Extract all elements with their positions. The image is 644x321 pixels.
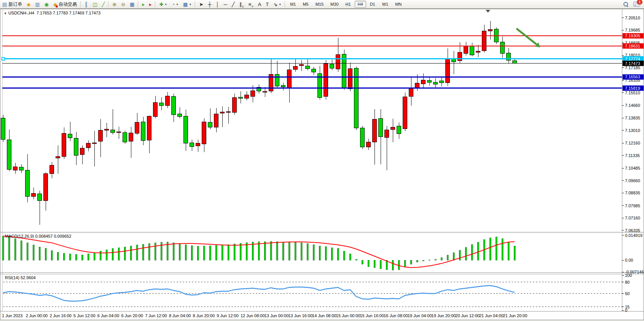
candle-body	[208, 122, 212, 127]
candle-body	[300, 64, 304, 65]
candle-body	[476, 51, 480, 52]
candle-body	[99, 130, 103, 141]
macd-histogram-bar	[319, 246, 320, 260]
time-axis-label: 20 Jun 12:00	[455, 313, 480, 318]
candle-body	[68, 134, 72, 138]
candle-body	[360, 128, 365, 147]
chart-title: ▼USDCNH-,H4 7.17653 7.17783 7.17469 7.17…	[4, 11, 100, 15]
macd-indicator-label: MACD(12,26,9) 0.008457 0.009652	[5, 234, 71, 238]
macd-histogram-bar	[106, 250, 107, 260]
rsi-tick-label: 80	[625, 280, 630, 284]
rsi-tick-label: 0	[625, 308, 627, 313]
candle-body	[166, 96, 170, 105]
time-axis-label: 6 Jun 20:00	[121, 313, 143, 318]
candle-body	[239, 97, 243, 98]
candle-body	[214, 114, 218, 127]
time-axis-label: 2 Jun 00:00	[26, 313, 48, 318]
candle-body	[287, 70, 292, 88]
macd-histogram-bar	[222, 245, 223, 260]
time-axis-label: 6 Jun 04:00	[97, 313, 119, 318]
macd-histogram-bar	[514, 246, 515, 260]
price-line-handle[interactable]	[2, 57, 5, 60]
macd-histogram-bar	[203, 246, 205, 260]
macd-histogram-bar	[404, 260, 406, 267]
candle-body	[446, 59, 450, 83]
macd-histogram-bar	[441, 257, 442, 260]
candle-body	[178, 114, 182, 117]
chart-symbol-period: USDCNH-,H4	[8, 11, 34, 15]
macd-histogram-bar	[416, 260, 418, 262]
candle-body	[62, 133, 66, 157]
candle-body	[190, 143, 194, 146]
macd-histogram-bar	[69, 254, 71, 260]
candle-body	[220, 112, 225, 113]
rsi-name: RSI(14)	[5, 275, 19, 280]
symbol-dropdown-caret[interactable]: ▼	[4, 12, 7, 15]
price-tick-label: 7.14660	[625, 103, 640, 108]
time-axis-label: 5 Jun 12:00	[73, 313, 96, 318]
macd-histogram-bar	[343, 251, 345, 260]
macd-name: MACD(12,26,9)	[5, 234, 34, 238]
candle-body	[26, 170, 30, 197]
macd-histogram-bar	[191, 246, 193, 260]
macd-histogram-bar	[435, 259, 436, 260]
candle-body	[44, 174, 48, 200]
macd-histogram-bar	[502, 238, 503, 260]
time-axis-label: 21 Jun 20:00	[503, 313, 528, 318]
macd-histogram-bar	[81, 255, 83, 260]
candle-body	[19, 167, 24, 170]
candle-body	[434, 82, 438, 84]
candle-body	[409, 88, 413, 96]
macd-histogram-bar	[2, 236, 4, 260]
macd-histogram-bar	[325, 246, 327, 260]
candle-body	[513, 60, 517, 63]
macd-histogram-bar	[270, 242, 272, 260]
time-axis-label: 1 Jun 2023	[2, 313, 22, 318]
macd-histogram-bar	[240, 243, 241, 260]
macd-histogram-bar	[14, 238, 16, 260]
time-axis-label: 9 Jun 12:00	[217, 313, 239, 318]
candle-body	[464, 46, 468, 54]
macd-histogram-bar	[228, 245, 229, 260]
price-tick-label: 7.12160	[625, 141, 640, 145]
macd-histogram-bar	[33, 245, 34, 260]
macd-histogram-bar	[45, 248, 46, 260]
time-axis-label: 13 Jun 16:00	[288, 313, 312, 318]
candle-body	[153, 103, 158, 117]
macd-histogram-bar	[276, 242, 278, 260]
macd-histogram-bar	[508, 242, 509, 260]
macd-histogram-bar	[185, 245, 187, 260]
macd-histogram-bar	[282, 242, 284, 260]
time-axis-label: 8 Jun 04:00	[169, 313, 191, 318]
macd-histogram-bar	[374, 260, 375, 268]
macd-histogram-bar	[477, 242, 479, 260]
chart-window-background	[0, 9, 644, 320]
candle-body	[421, 80, 426, 84]
candle-body	[336, 54, 340, 69]
candle-body	[80, 148, 84, 155]
macd-histogram-bar	[124, 247, 126, 260]
rsi-indicator-label: RSI(14) 52.9604	[5, 275, 36, 280]
macd-histogram-bar	[148, 243, 150, 260]
candle-body	[324, 64, 328, 96]
candle-body	[105, 129, 109, 130]
candle-body	[403, 97, 407, 129]
candle-body	[1, 118, 5, 139]
candle-body	[184, 116, 188, 143]
candle-body	[415, 83, 419, 88]
macd-histogram-bar	[209, 246, 211, 260]
macd-histogram-bar	[88, 254, 89, 260]
candle-body	[74, 138, 78, 155]
macd-histogram-bar	[264, 242, 266, 260]
macd-histogram-bar	[197, 246, 199, 260]
macd-histogram-bar	[63, 253, 65, 260]
macd-histogram-bar	[295, 242, 296, 260]
price-tick-label: 7.13010	[625, 128, 640, 133]
candle-body	[427, 81, 432, 83]
price-tick-label: 7.10485	[625, 166, 640, 170]
macd-histogram-bar	[410, 260, 412, 264]
time-axis-label: 7 Jun 12:00	[145, 313, 167, 318]
macd-histogram-bar	[112, 248, 113, 260]
macd-histogram-bar	[57, 252, 59, 260]
time-axis-label: 15 Jun 16:00	[360, 313, 384, 318]
